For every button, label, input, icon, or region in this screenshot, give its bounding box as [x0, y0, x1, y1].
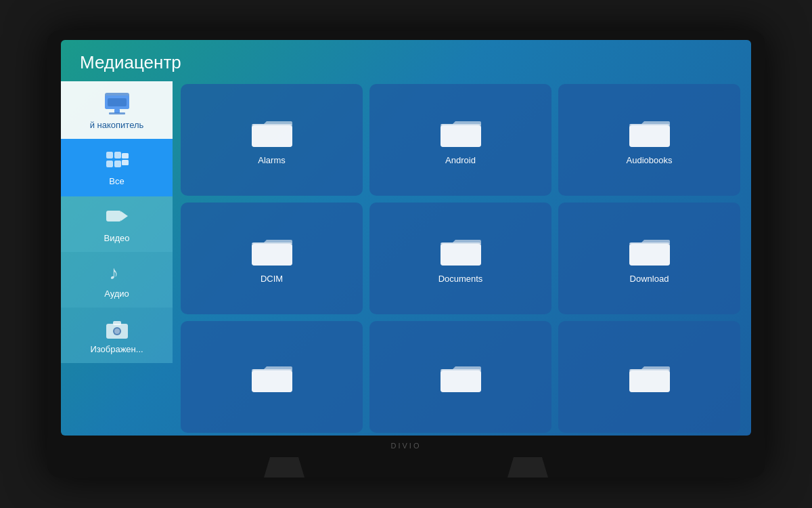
screen-content: Медиацентр й накопитель — [61, 40, 751, 436]
svg-rect-21 — [441, 125, 481, 147]
svg-rect-2 — [108, 98, 127, 106]
folder-audiobooks-label: Audiobooks — [627, 155, 673, 165]
video-icon — [104, 206, 131, 229]
folder-android-label: Android — [445, 155, 476, 165]
folder-row3col1[interactable] — [181, 321, 363, 433]
svg-rect-15 — [113, 321, 121, 325]
sidebar-storage-label: й накопитель — [90, 120, 144, 130]
svg-rect-11 — [106, 211, 121, 221]
folder-dcim[interactable]: DCIM — [181, 203, 363, 314]
all-icon — [104, 149, 131, 172]
folder-row3col2[interactable] — [369, 321, 551, 433]
folder-row3col3-icon — [628, 360, 671, 395]
svg-rect-10 — [122, 160, 129, 165]
svg-rect-9 — [122, 153, 129, 158]
svg-rect-7 — [106, 161, 113, 167]
folder-documents-label: Documents — [438, 274, 483, 284]
folder-download[interactable]: Download — [558, 203, 740, 314]
camera-icon — [104, 317, 131, 340]
svg-text:♪: ♪ — [109, 262, 118, 283]
page-title: Медиацентр — [61, 40, 751, 81]
sidebar-all-label: Все — [109, 176, 124, 186]
folder-alarms[interactable]: Alarms — [181, 84, 363, 196]
svg-rect-29 — [629, 244, 670, 266]
svg-rect-8 — [114, 161, 121, 167]
sidebar-item-all[interactable]: Все — [61, 139, 173, 196]
sidebar: й накопитель — [61, 81, 173, 436]
folder-download-icon — [628, 233, 671, 268]
svg-rect-25 — [252, 244, 292, 266]
svg-rect-5 — [106, 152, 113, 158]
folder-alarms-icon — [250, 114, 294, 150]
folder-android-icon — [439, 114, 482, 150]
tv-leg-left — [264, 457, 304, 478]
svg-rect-4 — [109, 112, 125, 114]
svg-rect-23 — [629, 125, 670, 147]
folder-android[interactable]: Android — [369, 84, 551, 196]
folder-row3col3[interactable] — [558, 321, 740, 433]
folder-download-label: Download — [630, 274, 669, 284]
tv-frame: Медиацентр й накопитель — [47, 30, 765, 478]
svg-rect-31 — [252, 371, 292, 392]
folder-alarms-label: Alarms — [258, 155, 285, 165]
sidebar-item-images[interactable]: Изображен... — [61, 308, 173, 363]
main-area: й накопитель — [61, 81, 751, 436]
tv-leg-right — [508, 457, 548, 478]
sidebar-video-label: Видео — [104, 233, 130, 243]
folder-grid: Alarms Android — [181, 84, 740, 433]
sidebar-item-storage[interactable]: й накопитель — [61, 81, 173, 139]
sidebar-images-label: Изображен... — [90, 344, 143, 354]
svg-marker-12 — [121, 211, 128, 221]
tv-brand-label: DIVIO — [391, 442, 422, 450]
folder-dcim-icon — [250, 233, 294, 268]
folder-row3col1-icon — [250, 360, 294, 395]
sidebar-audio-label: Аудио — [104, 289, 129, 299]
audio-icon: ♪ — [104, 261, 131, 284]
folder-documents[interactable]: Documents — [369, 203, 551, 314]
sidebar-item-video[interactable]: Видео — [61, 196, 173, 252]
folder-grid-area: Alarms Android — [173, 81, 751, 436]
folder-dcim-label: DCIM — [261, 274, 283, 284]
tv-screen: Медиацентр й накопитель — [61, 40, 751, 436]
folder-row3col2-icon — [439, 360, 482, 395]
svg-rect-33 — [441, 371, 481, 392]
folder-documents-icon — [439, 233, 482, 268]
svg-rect-27 — [441, 244, 481, 266]
svg-rect-19 — [252, 125, 292, 147]
folder-audiobooks[interactable]: Audiobooks — [558, 84, 740, 196]
sidebar-item-audio[interactable]: ♪ Аудио — [61, 252, 173, 308]
svg-rect-35 — [629, 371, 670, 392]
folder-audiobooks-icon — [628, 114, 671, 150]
svg-point-17 — [114, 329, 120, 334]
tv-stand — [264, 457, 548, 478]
tv-bezel-bottom: DIVIO — [47, 436, 765, 456]
svg-rect-6 — [114, 152, 121, 158]
storage-icon — [102, 90, 132, 116]
